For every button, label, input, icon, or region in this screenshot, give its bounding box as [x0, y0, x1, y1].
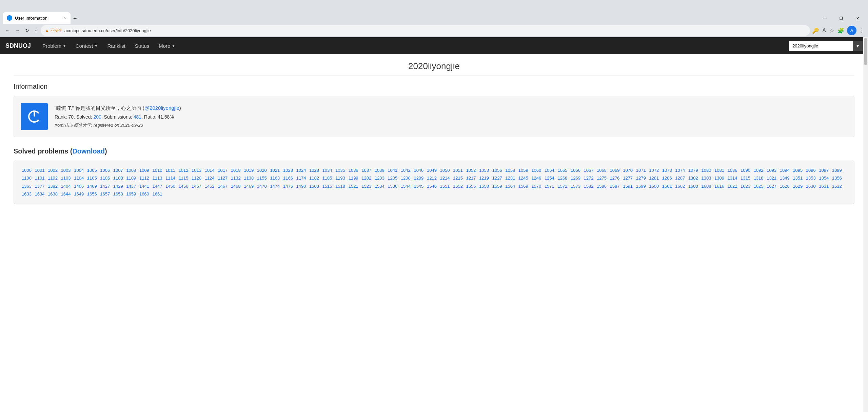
solved-problem-link[interactable]: 1623: [741, 184, 750, 189]
solved-problem-link[interactable]: 1092: [754, 168, 764, 173]
solved-problem-link[interactable]: 1660: [139, 191, 149, 197]
solved-problem-link[interactable]: 1556: [466, 184, 476, 189]
solved-problem-link[interactable]: 1659: [126, 191, 136, 197]
solved-problem-link[interactable]: 1551: [440, 184, 450, 189]
solved-problem-link[interactable]: 1281: [649, 176, 659, 181]
nav-item-ranklist[interactable]: Ranklist: [102, 37, 130, 54]
solved-problem-link[interactable]: 1115: [179, 176, 189, 181]
solved-problem-link[interactable]: 1001: [35, 168, 45, 173]
solved-problem-link[interactable]: 1007: [113, 168, 123, 173]
solved-problem-link[interactable]: 1627: [767, 184, 776, 189]
solved-problem-link[interactable]: 1056: [492, 168, 502, 173]
scroll-thumb[interactable]: [864, 38, 867, 65]
solved-problem-link[interactable]: 1042: [401, 168, 411, 173]
solved-problem-link[interactable]: 1658: [113, 191, 123, 197]
solved-problem-link[interactable]: 1099: [832, 168, 842, 173]
solved-problem-link[interactable]: 1205: [388, 176, 397, 181]
solved-problem-link[interactable]: 1302: [688, 176, 698, 181]
solved-problem-link[interactable]: 1503: [309, 184, 319, 189]
nav-item-problem[interactable]: Problem ▼: [38, 37, 71, 54]
solved-problem-link[interactable]: 1006: [100, 168, 110, 173]
solved-problem-link[interactable]: 1638: [48, 191, 58, 197]
solved-problem-link[interactable]: 1080: [701, 168, 711, 173]
star-icon[interactable]: ☆: [829, 27, 835, 35]
solved-problem-link[interactable]: 1101: [35, 176, 45, 181]
address-input-wrap[interactable]: ▲ 不安全: [41, 25, 810, 36]
solved-problem-link[interactable]: 1095: [793, 168, 803, 173]
download-link[interactable]: Download: [72, 147, 105, 155]
solved-problem-link[interactable]: 1545: [414, 184, 423, 189]
solved-problem-link[interactable]: 1661: [152, 191, 162, 197]
solved-problem-link[interactable]: 1644: [61, 191, 71, 197]
nav-item-status[interactable]: Status: [130, 37, 154, 54]
solved-problem-link[interactable]: 1219: [479, 176, 489, 181]
solved-problem-link[interactable]: 1105: [87, 176, 97, 181]
solved-problem-link[interactable]: 1353: [806, 176, 816, 181]
solved-problem-link[interactable]: 1113: [152, 176, 162, 181]
solved-problem-link[interactable]: 1450: [165, 184, 175, 189]
solved-problem-link[interactable]: 1104: [74, 176, 84, 181]
solved-problem-link[interactable]: 1024: [296, 168, 306, 173]
tab-close-button[interactable]: ×: [63, 15, 66, 21]
submissions-link[interactable]: 481: [134, 114, 141, 120]
solved-problem-link[interactable]: 1427: [100, 184, 110, 189]
solved-problem-link[interactable]: 1286: [662, 176, 672, 181]
solved-problem-link[interactable]: 1041: [388, 168, 397, 173]
solved-problem-link[interactable]: 1017: [218, 168, 228, 173]
solved-problem-link[interactable]: 1034: [322, 168, 332, 173]
key-icon[interactable]: 🔑: [811, 27, 820, 35]
solved-problem-link[interactable]: 1005: [87, 168, 97, 173]
solved-problem-link[interactable]: 1049: [427, 168, 437, 173]
solved-problem-link[interactable]: 1071: [636, 168, 646, 173]
solved-problem-link[interactable]: 1287: [675, 176, 685, 181]
solved-problem-link[interactable]: 1019: [244, 168, 254, 173]
solved-problem-link[interactable]: 1023: [283, 168, 293, 173]
active-tab[interactable]: 🌐 User Information ×: [3, 12, 71, 24]
solved-problem-link[interactable]: 1215: [453, 176, 463, 181]
solved-problem-link[interactable]: 1552: [453, 184, 463, 189]
solved-problem-link[interactable]: 1363: [22, 184, 32, 189]
new-tab-button[interactable]: +: [71, 14, 80, 24]
close-button[interactable]: ✕: [850, 13, 865, 24]
profile-avatar[interactable]: A: [847, 26, 856, 35]
menu-icon[interactable]: ⋮: [859, 27, 865, 35]
nav-search-dropdown[interactable]: ▼: [853, 41, 863, 51]
solved-problem-link[interactable]: 1069: [610, 168, 620, 173]
nav-search-input[interactable]: [789, 41, 853, 51]
solved-problem-link[interactable]: 1633: [22, 191, 32, 197]
solved-problem-link[interactable]: 1202: [361, 176, 371, 181]
solved-problem-link[interactable]: 1120: [192, 176, 201, 181]
solved-problem-link[interactable]: 1227: [492, 176, 502, 181]
solved-problem-link[interactable]: 1067: [584, 168, 594, 173]
solved-problem-link[interactable]: 1014: [205, 168, 215, 173]
solved-problem-link[interactable]: 1053: [479, 168, 489, 173]
address-input[interactable]: [64, 28, 806, 33]
solved-link[interactable]: 200: [93, 114, 101, 120]
solved-problem-link[interactable]: 1573: [571, 184, 580, 189]
solved-problem-link[interactable]: 1622: [728, 184, 737, 189]
solved-problem-link[interactable]: 1074: [675, 168, 685, 173]
solved-problem-link[interactable]: 1059: [518, 168, 528, 173]
solved-problem-link[interactable]: 1600: [649, 184, 659, 189]
solved-problem-link[interactable]: 1052: [466, 168, 476, 173]
solved-problem-link[interactable]: 1028: [309, 168, 319, 173]
solved-problem-link[interactable]: 1462: [205, 184, 215, 189]
solved-problem-link[interactable]: 1351: [793, 176, 803, 181]
reload-button[interactable]: ↻: [23, 26, 31, 35]
solved-problem-link[interactable]: 1315: [741, 176, 750, 181]
solved-problem-link[interactable]: 1309: [714, 176, 724, 181]
solved-problem-link[interactable]: 1629: [793, 184, 803, 189]
solved-problem-link[interactable]: 1634: [35, 191, 45, 197]
solved-problem-link[interactable]: 1102: [48, 176, 58, 181]
solved-problem-link[interactable]: 1630: [806, 184, 816, 189]
solved-problem-link[interactable]: 1469: [244, 184, 254, 189]
solved-problem-link[interactable]: 1021: [270, 168, 280, 173]
solved-problem-link[interactable]: 1429: [113, 184, 123, 189]
solved-problem-link[interactable]: 1064: [545, 168, 554, 173]
solved-problem-link[interactable]: 1155: [257, 176, 267, 181]
solved-problem-link[interactable]: 1050: [440, 168, 450, 173]
solved-problem-link[interactable]: 1406: [74, 184, 84, 189]
solved-problem-link[interactable]: 1086: [728, 168, 737, 173]
solved-problem-link[interactable]: 1536: [388, 184, 397, 189]
minimize-button[interactable]: —: [817, 13, 833, 24]
